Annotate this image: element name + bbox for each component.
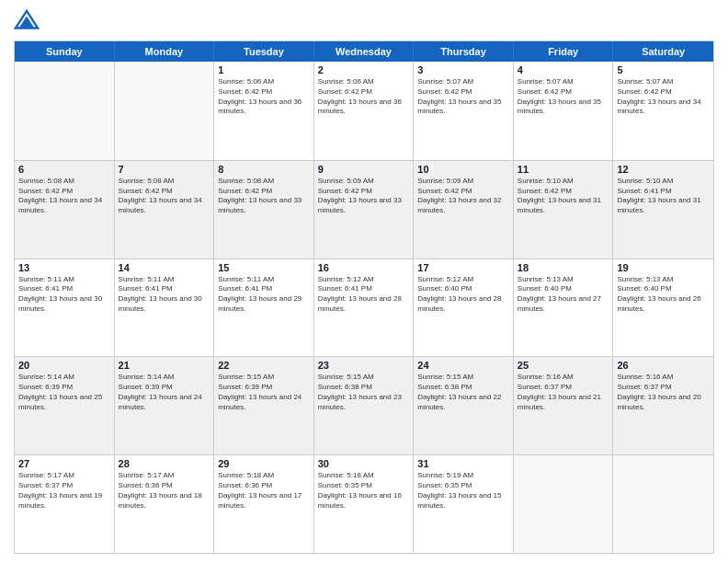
calendar-day-cell: 12Sunrise: 5:10 AM Sunset: 6:41 PM Dayli… [613, 161, 713, 259]
calendar-day-cell: 20Sunrise: 5:14 AM Sunset: 6:39 PM Dayli… [15, 357, 115, 454]
day-number: 20 [18, 360, 110, 371]
day-info: Sunrise: 5:08 AM Sunset: 6:42 PM Dayligh… [18, 177, 110, 216]
day-info: Sunrise: 5:15 AM Sunset: 6:38 PM Dayligh… [318, 373, 410, 412]
day-number: 10 [417, 164, 509, 175]
calendar-header: SundayMondayTuesdayWednesdayThursdayFrid… [15, 41, 713, 62]
day-info: Sunrise: 5:11 AM Sunset: 6:41 PM Dayligh… [218, 275, 310, 315]
day-info: Sunrise: 5:15 AM Sunset: 6:39 PM Dayligh… [218, 373, 310, 412]
weekday-header: Sunday [15, 41, 115, 62]
day-info: Sunrise: 5:10 AM Sunset: 6:41 PM Dayligh… [617, 177, 710, 216]
calendar-day-cell: 17Sunrise: 5:12 AM Sunset: 6:40 PM Dayli… [414, 259, 514, 357]
weekday-header: Wednesday [314, 41, 415, 62]
day-number: 5 [617, 64, 710, 75]
calendar-day-cell: 3Sunrise: 5:07 AM Sunset: 6:42 PM Daylig… [414, 62, 514, 160]
calendar-day-cell: 23Sunrise: 5:15 AM Sunset: 6:38 PM Dayli… [314, 357, 415, 454]
day-info: Sunrise: 5:11 AM Sunset: 6:41 PM Dayligh… [119, 275, 210, 315]
calendar-row: 13Sunrise: 5:11 AM Sunset: 6:41 PM Dayli… [15, 259, 713, 357]
day-number: 23 [318, 360, 410, 371]
day-number: 26 [617, 360, 710, 371]
calendar-day-cell: 4Sunrise: 5:07 AM Sunset: 6:42 PM Daylig… [514, 62, 614, 160]
day-info: Sunrise: 5:06 AM Sunset: 6:42 PM Dayligh… [218, 77, 310, 117]
calendar-empty-cell [514, 455, 614, 553]
day-info: Sunrise: 5:13 AM Sunset: 6:40 PM Dayligh… [518, 275, 609, 315]
calendar-day-cell: 18Sunrise: 5:13 AM Sunset: 6:40 PM Dayli… [514, 259, 614, 357]
calendar-day-cell: 11Sunrise: 5:10 AM Sunset: 6:42 PM Dayli… [514, 161, 614, 259]
day-number: 30 [318, 458, 410, 469]
day-number: 3 [417, 64, 509, 75]
day-info: Sunrise: 5:14 AM Sunset: 6:39 PM Dayligh… [18, 373, 110, 412]
calendar-day-cell: 15Sunrise: 5:11 AM Sunset: 6:41 PM Dayli… [214, 259, 314, 357]
day-number: 12 [617, 164, 710, 175]
calendar-row: 1Sunrise: 5:06 AM Sunset: 6:42 PM Daylig… [15, 62, 713, 160]
day-info: Sunrise: 5:07 AM Sunset: 6:42 PM Dayligh… [617, 77, 710, 117]
weekday-header: Saturday [613, 41, 713, 62]
calendar-day-cell: 24Sunrise: 5:15 AM Sunset: 6:38 PM Dayli… [414, 357, 514, 454]
calendar-day-cell: 16Sunrise: 5:12 AM Sunset: 6:41 PM Dayli… [314, 259, 415, 357]
weekday-header: Tuesday [214, 41, 314, 62]
day-number: 11 [518, 164, 609, 175]
calendar-row: 6Sunrise: 5:08 AM Sunset: 6:42 PM Daylig… [15, 160, 713, 259]
calendar-day-cell: 5Sunrise: 5:07 AM Sunset: 6:42 PM Daylig… [613, 62, 713, 160]
calendar-day-cell: 19Sunrise: 5:13 AM Sunset: 6:40 PM Dayli… [613, 259, 713, 357]
day-info: Sunrise: 5:06 AM Sunset: 6:42 PM Dayligh… [318, 77, 410, 117]
day-number: 27 [18, 458, 110, 469]
weekday-header: Monday [115, 41, 215, 62]
day-number: 13 [18, 262, 110, 273]
day-info: Sunrise: 5:09 AM Sunset: 6:42 PM Dayligh… [417, 177, 509, 216]
calendar-day-cell: 13Sunrise: 5:11 AM Sunset: 6:41 PM Dayli… [15, 259, 115, 357]
calendar-empty-cell [613, 455, 713, 553]
day-number: 17 [417, 262, 509, 273]
day-info: Sunrise: 5:18 AM Sunset: 6:36 PM Dayligh… [218, 471, 310, 511]
day-number: 16 [318, 262, 410, 273]
day-info: Sunrise: 5:12 AM Sunset: 6:40 PM Dayligh… [417, 275, 509, 315]
calendar-day-cell: 27Sunrise: 5:17 AM Sunset: 6:37 PM Dayli… [15, 455, 115, 553]
calendar-day-cell: 8Sunrise: 5:08 AM Sunset: 6:42 PM Daylig… [214, 161, 314, 259]
calendar-row: 20Sunrise: 5:14 AM Sunset: 6:39 PM Dayli… [15, 356, 713, 454]
day-info: Sunrise: 5:13 AM Sunset: 6:40 PM Dayligh… [617, 275, 710, 315]
day-number: 24 [417, 360, 509, 371]
day-number: 8 [218, 164, 310, 175]
calendar-day-cell: 14Sunrise: 5:11 AM Sunset: 6:41 PM Dayli… [115, 259, 215, 357]
header [14, 9, 714, 35]
day-info: Sunrise: 5:07 AM Sunset: 6:42 PM Dayligh… [417, 77, 509, 117]
calendar-day-cell: 29Sunrise: 5:18 AM Sunset: 6:36 PM Dayli… [214, 455, 314, 553]
day-number: 9 [318, 164, 410, 175]
day-info: Sunrise: 5:15 AM Sunset: 6:38 PM Dayligh… [417, 373, 509, 412]
day-number: 4 [518, 64, 609, 75]
day-number: 2 [318, 64, 410, 75]
day-number: 19 [617, 262, 710, 273]
day-number: 15 [218, 262, 310, 273]
day-info: Sunrise: 5:10 AM Sunset: 6:42 PM Dayligh… [518, 177, 609, 216]
calendar-day-cell: 26Sunrise: 5:16 AM Sunset: 6:37 PM Dayli… [613, 357, 713, 454]
logo [14, 9, 43, 35]
day-info: Sunrise: 5:17 AM Sunset: 6:37 PM Dayligh… [18, 471, 110, 511]
logo-icon [14, 9, 40, 35]
day-info: Sunrise: 5:17 AM Sunset: 6:36 PM Dayligh… [119, 471, 210, 511]
calendar-day-cell: 1Sunrise: 5:06 AM Sunset: 6:42 PM Daylig… [214, 62, 314, 160]
calendar-day-cell: 21Sunrise: 5:14 AM Sunset: 6:39 PM Dayli… [115, 357, 215, 454]
calendar-empty-cell [115, 62, 215, 160]
day-info: Sunrise: 5:14 AM Sunset: 6:39 PM Dayligh… [119, 373, 210, 412]
day-info: Sunrise: 5:08 AM Sunset: 6:42 PM Dayligh… [218, 177, 310, 216]
day-info: Sunrise: 5:11 AM Sunset: 6:41 PM Dayligh… [18, 275, 110, 315]
calendar-row: 27Sunrise: 5:17 AM Sunset: 6:37 PM Dayli… [15, 454, 713, 553]
day-info: Sunrise: 5:16 AM Sunset: 6:37 PM Dayligh… [617, 373, 710, 412]
weekday-header: Thursday [414, 41, 514, 62]
calendar-day-cell: 7Sunrise: 5:08 AM Sunset: 6:42 PM Daylig… [115, 161, 215, 259]
calendar-body: 1Sunrise: 5:06 AM Sunset: 6:42 PM Daylig… [15, 62, 713, 553]
day-info: Sunrise: 5:16 AM Sunset: 6:37 PM Dayligh… [518, 373, 609, 412]
calendar-day-cell: 22Sunrise: 5:15 AM Sunset: 6:39 PM Dayli… [214, 357, 314, 454]
day-info: Sunrise: 5:08 AM Sunset: 6:42 PM Dayligh… [119, 177, 210, 216]
day-info: Sunrise: 5:09 AM Sunset: 6:42 PM Dayligh… [318, 177, 410, 216]
day-number: 21 [119, 360, 210, 371]
day-number: 25 [518, 360, 609, 371]
day-info: Sunrise: 5:19 AM Sunset: 6:35 PM Dayligh… [417, 471, 509, 511]
day-number: 28 [119, 458, 210, 469]
day-number: 1 [218, 64, 310, 75]
day-number: 29 [218, 458, 310, 469]
day-number: 14 [119, 262, 210, 273]
day-number: 7 [119, 164, 210, 175]
calendar-day-cell: 25Sunrise: 5:16 AM Sunset: 6:37 PM Dayli… [514, 357, 614, 454]
day-number: 22 [218, 360, 310, 371]
calendar-day-cell: 31Sunrise: 5:19 AM Sunset: 6:35 PM Dayli… [414, 455, 514, 553]
